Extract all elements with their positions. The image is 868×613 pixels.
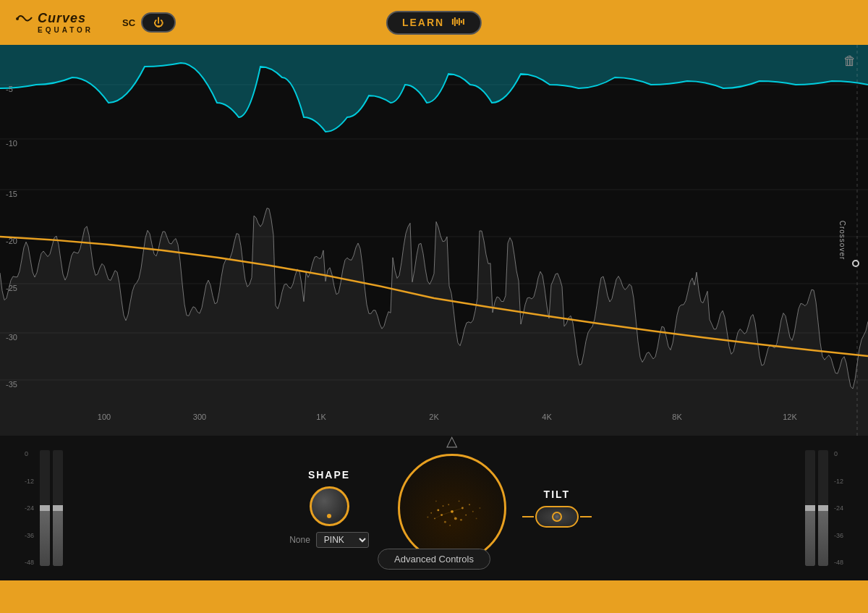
left-vu-track-1: [40, 450, 50, 566]
delete-button[interactable]: 🗑: [843, 54, 856, 69]
right-vu-handle-1[interactable]: [805, 505, 815, 511]
shape-section: SHAPE None PINK WHITE FLAT: [289, 469, 369, 548]
svg-point-14: [448, 504, 449, 505]
tilt-knob-container: [535, 506, 579, 528]
svg-point-28: [479, 507, 480, 509]
tilt-center-dot: [552, 512, 562, 522]
crossover-handle[interactable]: [852, 260, 859, 267]
main-orb-container: △: [398, 454, 506, 562]
svg-point-25: [460, 519, 462, 521]
y-label-30: -30: [6, 333, 17, 342]
right-vu-track-1: [805, 450, 815, 566]
shape-label: SHAPE: [308, 469, 350, 481]
y-label-25: -25: [6, 284, 17, 292]
svg-point-24: [442, 505, 443, 507]
right-vu-label-12: -12: [834, 478, 843, 485]
y-label-15: -15: [6, 190, 17, 198]
svg-line-31: [452, 512, 456, 519]
svg-point-18: [444, 521, 446, 523]
y-label-20: -20: [6, 237, 17, 245]
power-icon: ⏻: [153, 17, 163, 28]
learn-button[interactable]: LEARN: [386, 11, 482, 35]
left-vu-labels: 0 -12 -24 -36 -48: [22, 450, 37, 566]
orb-triangle-button[interactable]: △: [446, 432, 457, 449]
tilt-label: TILT: [544, 489, 571, 500]
left-vu-fill-1: [40, 508, 50, 566]
svg-point-0: [16, 17, 19, 20]
right-vu-handle-2[interactable]: [818, 505, 828, 511]
orb-particles: [400, 456, 504, 560]
left-vu-label-12: -12: [25, 478, 34, 485]
y-label-10: -10: [6, 139, 17, 148]
left-vu-label-48: -48: [25, 559, 34, 566]
left-vu-track-2: [53, 450, 63, 566]
svg-point-15: [454, 517, 457, 520]
none-label: None: [289, 535, 310, 545]
tilt-knob[interactable]: [535, 506, 579, 528]
right-vu-label-48: -48: [834, 559, 843, 566]
svg-point-12: [434, 517, 435, 519]
x-label-2k: 2K: [429, 413, 438, 421]
svg-point-13: [469, 504, 470, 505]
shape-knob-dot: [327, 514, 331, 518]
sc-area: SC ⏻: [122, 12, 176, 33]
pink-select[interactable]: PINK WHITE FLAT: [316, 532, 369, 548]
learn-label: LEARN: [402, 17, 444, 28]
svg-point-26: [449, 525, 451, 526]
right-vu-fill-1: [805, 508, 815, 566]
svg-point-17: [465, 515, 467, 516]
left-vu-fill-2: [53, 508, 63, 566]
left-vu-label-0: 0: [25, 450, 34, 457]
crossover-label: Crossover: [838, 221, 846, 261]
x-label-1k: 1K: [316, 413, 326, 421]
left-vu-handle-1[interactable]: [40, 505, 50, 511]
right-vu-meter: 0 -12 -24 -36 -48: [805, 450, 846, 566]
right-vu-fill-2: [818, 508, 828, 566]
x-label-12k: 12K: [783, 413, 797, 421]
right-vu-labels: 0 -12 -24 -36 -48: [831, 450, 846, 566]
y-label-35: -35: [6, 380, 17, 389]
logo-equator-text: EQUATOR: [38, 26, 93, 34]
advanced-controls-button[interactable]: Advanced Controls: [378, 549, 490, 570]
left-vu-label-36: -36: [25, 532, 34, 539]
svg-point-16: [437, 509, 439, 511]
logo-area: Curves EQUATOR: [14, 11, 93, 34]
shape-knob[interactable]: [310, 486, 349, 526]
svg-point-27: [435, 500, 437, 502]
left-vu-label-24: -24: [25, 504, 34, 512]
tilt-section: TILT: [535, 489, 579, 528]
svg-point-11: [461, 507, 464, 510]
footer-bar: [0, 580, 868, 613]
right-vu-label-24: -24: [834, 504, 843, 512]
sc-label: SC: [122, 17, 135, 28]
right-vu-label-36: -36: [834, 532, 843, 539]
y-label-5: -5: [6, 85, 13, 93]
header: Curves EQUATOR SC ⏻ LEARN: [0, 0, 868, 45]
x-label-8k: 8K: [672, 413, 681, 421]
svg-line-30: [452, 508, 462, 512]
controls-area: 0 -12 -24 -36 -48 SHAPE None PINK: [0, 436, 868, 580]
svg-point-21: [475, 517, 477, 519]
svg-point-23: [458, 500, 459, 502]
left-vu-handle-2[interactable]: [53, 505, 63, 511]
svg-point-22: [427, 517, 428, 518]
left-vu-meter: 0 -12 -24 -36 -48: [22, 450, 63, 566]
logo-icon: [14, 12, 35, 26]
x-label-4k: 4K: [542, 413, 551, 421]
eq-canvas: [0, 45, 868, 436]
shape-bottom: None PINK WHITE FLAT: [289, 532, 369, 548]
center-controls: SHAPE None PINK WHITE FLAT △: [289, 454, 579, 562]
waveform-icon: [450, 17, 466, 29]
logo-curves-text: Curves: [38, 11, 86, 26]
svg-line-29: [441, 512, 451, 515]
svg-line-32: [435, 515, 442, 519]
eq-display[interactable]: -5 -10 -15 -20 -25 -30 -35 100 300 1K 2K…: [0, 45, 868, 436]
tilt-right-line: [580, 516, 592, 517]
x-label-300: 300: [193, 413, 206, 421]
right-vu-track-2: [818, 450, 828, 566]
x-label-100: 100: [98, 413, 111, 421]
main-orb[interactable]: [398, 454, 506, 562]
sc-button[interactable]: ⏻: [141, 12, 176, 33]
tilt-left-line: [522, 516, 534, 517]
right-vu-label-0: 0: [834, 450, 843, 457]
